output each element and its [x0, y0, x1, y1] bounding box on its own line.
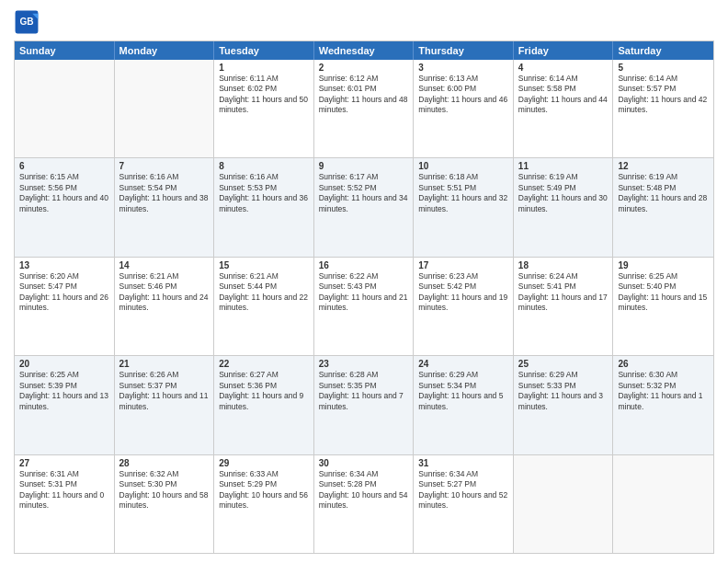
day-number: 20 — [19, 359, 109, 369]
header: GB — [14, 9, 714, 35]
calendar-cell — [613, 455, 713, 553]
calendar-header: SundayMondayTuesdayWednesdayThursdayFrid… — [15, 41, 713, 60]
day-info: Sunrise: 6:19 AM Sunset: 5:48 PM Dayligh… — [618, 172, 709, 214]
calendar-cell: 5Sunrise: 6:14 AM Sunset: 5:57 PM Daylig… — [613, 60, 713, 157]
day-number: 3 — [418, 63, 508, 73]
svg-text:GB: GB — [19, 17, 33, 27]
calendar-cell: 29Sunrise: 6:33 AM Sunset: 5:29 PM Dayli… — [214, 455, 314, 553]
day-info: Sunrise: 6:16 AM Sunset: 5:53 PM Dayligh… — [219, 172, 309, 214]
calendar-body: 1Sunrise: 6:11 AM Sunset: 6:02 PM Daylig… — [15, 60, 713, 553]
calendar-cell: 1Sunrise: 6:11 AM Sunset: 6:02 PM Daylig… — [214, 60, 314, 157]
calendar-cell: 7Sunrise: 6:16 AM Sunset: 5:54 PM Daylig… — [115, 158, 215, 256]
calendar-cell: 9Sunrise: 6:17 AM Sunset: 5:52 PM Daylig… — [314, 158, 415, 256]
day-info: Sunrise: 6:32 AM Sunset: 5:30 PM Dayligh… — [119, 469, 210, 511]
calendar-cell: 22Sunrise: 6:27 AM Sunset: 5:36 PM Dayli… — [214, 356, 314, 454]
calendar-row-0: 1Sunrise: 6:11 AM Sunset: 6:02 PM Daylig… — [15, 60, 713, 157]
day-info: Sunrise: 6:24 AM Sunset: 5:41 PM Dayligh… — [518, 271, 609, 314]
day-info: Sunrise: 6:16 AM Sunset: 5:54 PM Dayligh… — [119, 172, 210, 214]
day-info: Sunrise: 6:26 AM Sunset: 5:37 PM Dayligh… — [119, 370, 210, 412]
day-number: 9 — [319, 161, 409, 171]
day-number: 12 — [618, 161, 709, 171]
calendar-cell: 23Sunrise: 6:28 AM Sunset: 5:35 PM Dayli… — [314, 356, 415, 454]
day-number: 11 — [518, 161, 609, 171]
logo-icon: GB — [14, 9, 40, 35]
calendar-cell: 30Sunrise: 6:34 AM Sunset: 5:28 PM Dayli… — [314, 455, 415, 553]
calendar-cell: 20Sunrise: 6:25 AM Sunset: 5:39 PM Dayli… — [15, 356, 115, 454]
day-number: 24 — [418, 359, 508, 369]
day-number: 21 — [119, 359, 210, 369]
day-number: 25 — [518, 359, 609, 369]
day-number: 23 — [319, 359, 409, 369]
day-number: 18 — [518, 260, 609, 270]
calendar: SundayMondayTuesdayWednesdayThursdayFrid… — [14, 40, 714, 554]
day-number: 6 — [19, 161, 109, 171]
calendar-cell: 2Sunrise: 6:12 AM Sunset: 6:01 PM Daylig… — [314, 60, 415, 157]
calendar-row-2: 13Sunrise: 6:20 AM Sunset: 5:47 PM Dayli… — [15, 257, 713, 355]
day-number: 30 — [319, 458, 409, 468]
calendar-cell: 11Sunrise: 6:19 AM Sunset: 5:49 PM Dayli… — [514, 158, 614, 256]
day-number: 19 — [618, 260, 709, 270]
day-number: 14 — [119, 260, 210, 270]
calendar-cell: 28Sunrise: 6:32 AM Sunset: 5:30 PM Dayli… — [115, 455, 215, 553]
day-info: Sunrise: 6:21 AM Sunset: 5:46 PM Dayligh… — [119, 271, 210, 314]
day-info: Sunrise: 6:20 AM Sunset: 5:47 PM Dayligh… — [19, 271, 109, 314]
calendar-cell: 21Sunrise: 6:26 AM Sunset: 5:37 PM Dayli… — [115, 356, 215, 454]
calendar-cell: 6Sunrise: 6:15 AM Sunset: 5:56 PM Daylig… — [15, 158, 115, 256]
day-info: Sunrise: 6:14 AM Sunset: 5:57 PM Dayligh… — [618, 74, 709, 116]
day-number: 29 — [219, 458, 309, 468]
calendar-cell: 26Sunrise: 6:30 AM Sunset: 5:32 PM Dayli… — [613, 356, 713, 454]
header-day-saturday: Saturday — [613, 41, 713, 60]
day-number: 13 — [19, 260, 109, 270]
day-number: 4 — [518, 63, 609, 73]
calendar-cell: 8Sunrise: 6:16 AM Sunset: 5:53 PM Daylig… — [214, 158, 314, 256]
calendar-row-4: 27Sunrise: 6:31 AM Sunset: 5:31 PM Dayli… — [15, 454, 713, 553]
day-number: 8 — [219, 161, 309, 171]
calendar-cell — [514, 455, 614, 553]
day-number: 22 — [219, 359, 309, 369]
calendar-cell: 31Sunrise: 6:34 AM Sunset: 5:27 PM Dayli… — [414, 455, 514, 553]
calendar-cell: 13Sunrise: 6:20 AM Sunset: 5:47 PM Dayli… — [15, 258, 115, 355]
day-info: Sunrise: 6:17 AM Sunset: 5:52 PM Dayligh… — [319, 172, 409, 214]
calendar-cell: 12Sunrise: 6:19 AM Sunset: 5:48 PM Dayli… — [613, 158, 713, 256]
calendar-cell — [15, 60, 115, 157]
day-info: Sunrise: 6:29 AM Sunset: 5:33 PM Dayligh… — [518, 370, 609, 412]
day-number: 15 — [219, 260, 309, 270]
header-day-tuesday: Tuesday — [214, 41, 314, 60]
day-info: Sunrise: 6:25 AM Sunset: 5:40 PM Dayligh… — [618, 271, 709, 314]
calendar-cell: 16Sunrise: 6:22 AM Sunset: 5:43 PM Dayli… — [314, 258, 415, 355]
day-number: 2 — [319, 63, 409, 73]
calendar-cell: 17Sunrise: 6:23 AM Sunset: 5:42 PM Dayli… — [414, 258, 514, 355]
day-info: Sunrise: 6:21 AM Sunset: 5:44 PM Dayligh… — [219, 271, 309, 314]
calendar-cell: 3Sunrise: 6:13 AM Sunset: 6:00 PM Daylig… — [414, 60, 514, 157]
calendar-cell: 10Sunrise: 6:18 AM Sunset: 5:51 PM Dayli… — [414, 158, 514, 256]
day-info: Sunrise: 6:27 AM Sunset: 5:36 PM Dayligh… — [219, 370, 309, 412]
calendar-cell: 25Sunrise: 6:29 AM Sunset: 5:33 PM Dayli… — [514, 356, 614, 454]
day-info: Sunrise: 6:28 AM Sunset: 5:35 PM Dayligh… — [319, 370, 409, 412]
day-number: 7 — [119, 161, 210, 171]
calendar-row-1: 6Sunrise: 6:15 AM Sunset: 5:56 PM Daylig… — [15, 157, 713, 256]
calendar-cell: 4Sunrise: 6:14 AM Sunset: 5:58 PM Daylig… — [514, 60, 614, 157]
day-info: Sunrise: 6:19 AM Sunset: 5:49 PM Dayligh… — [518, 172, 609, 214]
day-number: 5 — [618, 63, 709, 73]
header-day-monday: Monday — [115, 41, 215, 60]
day-info: Sunrise: 6:29 AM Sunset: 5:34 PM Dayligh… — [418, 370, 508, 412]
day-number: 26 — [618, 359, 709, 369]
day-number: 1 — [219, 63, 309, 73]
day-info: Sunrise: 6:25 AM Sunset: 5:39 PM Dayligh… — [19, 370, 109, 412]
day-info: Sunrise: 6:22 AM Sunset: 5:43 PM Dayligh… — [319, 271, 409, 314]
calendar-cell: 27Sunrise: 6:31 AM Sunset: 5:31 PM Dayli… — [15, 455, 115, 553]
calendar-cell: 18Sunrise: 6:24 AM Sunset: 5:41 PM Dayli… — [514, 258, 614, 355]
day-number: 17 — [418, 260, 508, 270]
day-info: Sunrise: 6:34 AM Sunset: 5:27 PM Dayligh… — [418, 469, 508, 511]
day-info: Sunrise: 6:14 AM Sunset: 5:58 PM Dayligh… — [518, 74, 609, 116]
calendar-cell: 24Sunrise: 6:29 AM Sunset: 5:34 PM Dayli… — [414, 356, 514, 454]
day-info: Sunrise: 6:34 AM Sunset: 5:28 PM Dayligh… — [319, 469, 409, 511]
header-day-thursday: Thursday — [414, 41, 514, 60]
day-info: Sunrise: 6:11 AM Sunset: 6:02 PM Dayligh… — [219, 74, 309, 116]
day-info: Sunrise: 6:12 AM Sunset: 6:01 PM Dayligh… — [319, 74, 409, 116]
day-number: 31 — [418, 458, 508, 468]
calendar-cell: 14Sunrise: 6:21 AM Sunset: 5:46 PM Dayli… — [115, 258, 215, 355]
calendar-cell — [115, 60, 215, 157]
calendar-cell: 15Sunrise: 6:21 AM Sunset: 5:44 PM Dayli… — [214, 258, 314, 355]
calendar-cell: 19Sunrise: 6:25 AM Sunset: 5:40 PM Dayli… — [613, 258, 713, 355]
